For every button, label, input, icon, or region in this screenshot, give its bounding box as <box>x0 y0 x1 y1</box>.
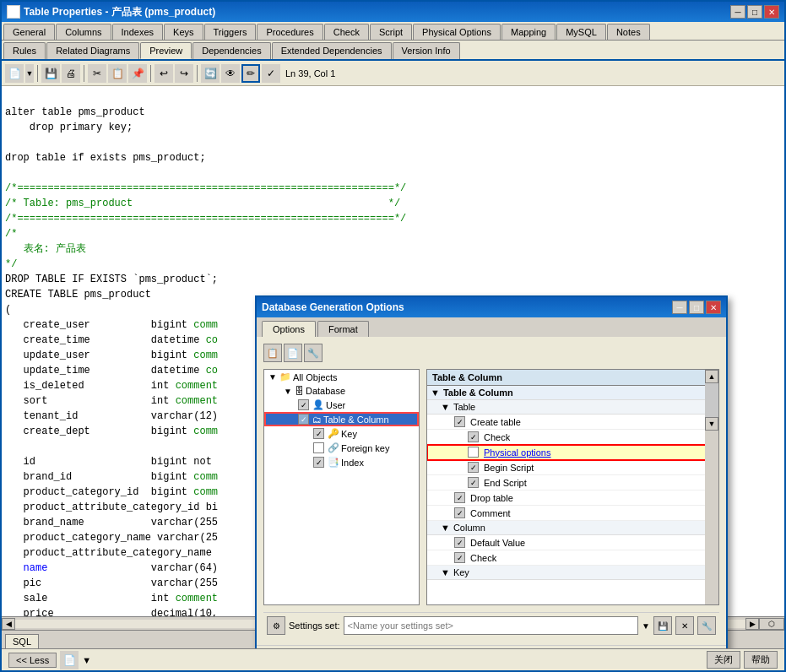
tab-related-diagrams[interactable]: Related Diagrams <box>46 42 139 59</box>
tree-item-user[interactable]: ✓ 👤 User <box>264 398 419 412</box>
col-check-checkbox[interactable]: ✓ <box>454 552 465 563</box>
props-item-comment[interactable]: ✓ Comment <box>427 506 718 521</box>
close-button[interactable]: ✕ <box>764 5 779 19</box>
props-item-check-label: Check <box>484 432 713 442</box>
tab-mapping[interactable]: Mapping <box>501 24 556 40</box>
tree-item-key[interactable]: ✓ 🔑 Key <box>264 426 419 441</box>
tab-preview[interactable]: Preview <box>140 42 192 59</box>
close-main-button[interactable]: 关闭 <box>707 651 740 669</box>
tab-keys[interactable]: Keys <box>164 24 203 40</box>
save-button[interactable]: 💾 <box>41 64 60 83</box>
index-icon: 📑 <box>328 457 339 468</box>
dialog-tab-bar: Options Format <box>257 317 726 337</box>
tab-check[interactable]: Check <box>324 24 369 40</box>
fkey-checkbox[interactable] <box>313 442 324 453</box>
toolbar-separator-4 <box>197 65 198 82</box>
section-header-column: ▼ Column <box>427 521 718 535</box>
index-checkbox[interactable]: ✓ <box>313 457 324 468</box>
tree-item-foreign-key[interactable]: 🔗 Foreign key <box>264 441 419 455</box>
tab-mysql[interactable]: MySQL <box>556 24 606 40</box>
tab-notes[interactable]: Notes <box>607 24 650 40</box>
tree-item-table-column[interactable]: ✓ 🗂 Table & Column <box>264 412 419 426</box>
props-item-end-script[interactable]: ✓ End Script <box>427 475 718 490</box>
dialog-close-button[interactable]: ✕ <box>706 301 721 314</box>
tab-procedures[interactable]: Procedures <box>257 24 323 40</box>
scroll-up-button[interactable]: ▲ <box>705 370 718 383</box>
props-item-begin-script[interactable]: ✓ Begin Script <box>427 460 718 475</box>
less-button[interactable]: << Less <box>8 653 57 668</box>
settings-delete-button[interactable]: ✕ <box>675 616 694 635</box>
edit-button[interactable]: ✏ <box>241 64 260 83</box>
tree-item-label: Key <box>341 429 357 439</box>
tab-columns[interactable]: Columns <box>56 24 111 40</box>
create-table-checkbox[interactable]: ✓ <box>454 416 465 427</box>
new-button[interactable]: 📄 <box>5 64 24 83</box>
end-script-checkbox[interactable]: ✓ <box>468 477 479 488</box>
check-checkbox[interactable]: ✓ <box>468 431 479 442</box>
scroll-thumb[interactable] <box>705 383 718 417</box>
refresh-button[interactable]: 🔄 <box>201 64 220 83</box>
dialog-toolbar-btn-2[interactable]: 📄 <box>284 344 302 362</box>
tree-item-index[interactable]: ✓ 📑 Index <box>264 455 419 469</box>
begin-script-checkbox[interactable]: ✓ <box>468 462 479 473</box>
comment-checkbox[interactable]: ✓ <box>454 507 465 518</box>
props-scrollbar[interactable]: ▲ ▼ <box>705 370 718 604</box>
tab-indexes[interactable]: Indexes <box>112 24 164 40</box>
maximize-button[interactable]: □ <box>747 5 762 19</box>
paste-button[interactable]: 📌 <box>128 64 147 83</box>
tab-general[interactable]: General <box>3 24 55 40</box>
tree-item-all-objects[interactable]: ▼ 📁 All Objects <box>264 370 419 384</box>
user-checkbox[interactable]: ✓ <box>298 399 309 410</box>
undo-button[interactable]: ↩ <box>154 64 173 83</box>
props-title: Table & Column <box>427 370 718 386</box>
drop-table-checkbox[interactable]: ✓ <box>454 492 465 503</box>
tab-row-1: General Columns Indexes Keys Triggers Pr… <box>2 22 784 41</box>
dialog-title-text: Database Generation Options <box>262 301 404 313</box>
tree-panel[interactable]: ▼ 📁 All Objects ▼ 🗄 Database <box>263 369 420 605</box>
key-checkbox[interactable]: ✓ <box>313 428 324 439</box>
props-item-create-table[interactable]: ✓ Create table <box>427 415 718 430</box>
tab-version-info[interactable]: Version Info <box>393 42 460 59</box>
tree-item-database[interactable]: ▼ 🗄 Database <box>264 384 419 398</box>
props-item-col-check[interactable]: ✓ Check <box>427 550 718 566</box>
props-item-drop-table[interactable]: ✓ Drop table <box>427 490 718 506</box>
help-main-button[interactable]: 帮助 <box>744 651 778 669</box>
status-dropdown-arrow[interactable]: ▼ <box>82 655 91 665</box>
dialog-maximize-button[interactable]: □ <box>689 301 704 314</box>
cut-button[interactable]: ✂ <box>88 64 106 83</box>
dialog-toolbar-btn-1[interactable]: 📋 <box>263 344 282 362</box>
view-button[interactable]: 👁 <box>221 64 240 83</box>
settings-save-button[interactable]: 💾 <box>653 616 672 635</box>
dialog-minimize-button[interactable]: ─ <box>672 301 687 314</box>
dialog-tab-options[interactable]: Options <box>262 321 316 337</box>
dropdown-arrow[interactable]: ▼ <box>25 64 34 83</box>
dialog-toolbar-btn-3[interactable]: 🔧 <box>304 344 323 362</box>
props-item-default-value-label: Default Value <box>470 538 713 548</box>
copy-button[interactable]: 📋 <box>108 64 127 83</box>
settings-extra-button[interactable]: 🔧 <box>697 616 716 635</box>
minimize-button[interactable]: ─ <box>730 5 745 19</box>
tab-dependencies[interactable]: Dependencies <box>192 42 270 59</box>
tab-script[interactable]: Script <box>370 24 412 40</box>
props-item-physical-options[interactable]: Physical options <box>427 445 718 460</box>
dialog-tab-format[interactable]: Format <box>317 321 369 337</box>
database-generation-dialog: Database Generation Options ─ □ ✕ Option… <box>255 295 728 648</box>
table-column-checkbox[interactable]: ✓ <box>298 414 309 425</box>
settings-dropdown-arrow[interactable]: ▼ <box>642 621 650 631</box>
status-icon[interactable]: 📄 <box>60 651 79 669</box>
tab-triggers[interactable]: Triggers <box>204 24 257 40</box>
settings-icon[interactable]: ⚙ <box>267 616 285 635</box>
props-item-comment-label: Comment <box>470 508 713 518</box>
check-button[interactable]: ✓ <box>262 64 280 83</box>
redo-button[interactable]: ↪ <box>175 64 193 83</box>
physical-options-checkbox[interactable] <box>468 447 479 458</box>
props-item-check[interactable]: ✓ Check <box>427 430 718 445</box>
settings-input[interactable] <box>344 616 639 635</box>
tab-physical-options[interactable]: Physical Options <box>413 24 501 40</box>
tab-extended-dependencies[interactable]: Extended Dependencies <box>272 42 392 59</box>
print-button[interactable]: 🖨 <box>62 64 80 83</box>
tab-rules[interactable]: Rules <box>3 42 46 59</box>
props-item-default-value[interactable]: ✓ Default Value <box>427 535 718 550</box>
scroll-down-button[interactable]: ▼ <box>705 417 718 431</box>
default-value-checkbox[interactable]: ✓ <box>454 537 465 548</box>
